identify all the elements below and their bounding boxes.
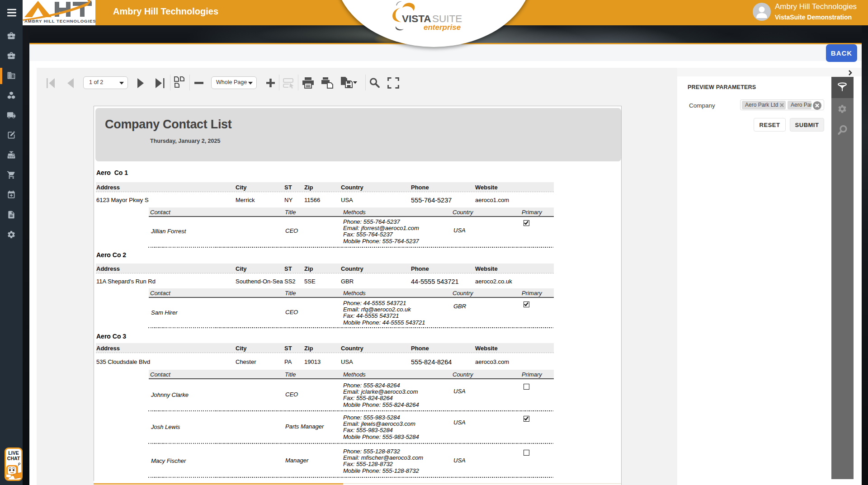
svg-text:enterprise: enterprise (424, 23, 461, 32)
svg-text:AMBRY HILL TECHNOLOGIES: AMBRY HILL TECHNOLOGIES (24, 19, 95, 24)
